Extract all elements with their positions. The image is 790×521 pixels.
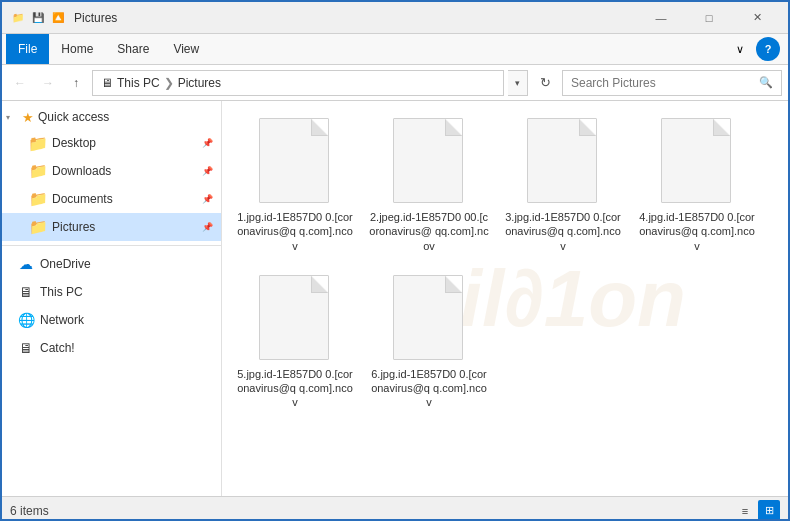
pictures-folder-icon: 📁 — [30, 219, 46, 235]
path-pictures: Pictures — [178, 76, 221, 90]
file-name-label: 3.jpg.id-1E857D0 0.[coronavirus@q q.com]… — [503, 210, 623, 253]
thispc-icon: 🖥 — [18, 284, 34, 300]
file-item[interactable]: 3.jpg.id-1E857D0 0.[coronavirus@q q.com]… — [498, 109, 628, 262]
file-name-label: 4.jpg.id-1E857D0 0.[coronavirus@q q.com]… — [637, 210, 757, 253]
address-path[interactable]: 🖥 This PC ❯ Pictures — [92, 70, 504, 96]
sidebar-item-label: Downloads — [52, 164, 111, 178]
tab-file[interactable]: File — [6, 34, 49, 64]
view-toggle: ≡ ⊞ — [734, 500, 780, 522]
file-item[interactable]: 6.jpg.id-1E857D0 0.[coronavirus@q q.com]… — [364, 266, 494, 419]
up-button[interactable]: ↑ — [64, 71, 88, 95]
ribbon: File Home Share View ∨ ? — [2, 34, 788, 65]
pin-icon: 📌 — [202, 194, 213, 204]
minimize-button[interactable]: — — [638, 2, 684, 34]
title-bar-icons: 📁 💾 🔼 — [10, 10, 66, 26]
forward-button[interactable]: → — [36, 71, 60, 95]
file-name-label: 6.jpg.id-1E857D0 0.[coronavirus@q q.com]… — [369, 367, 489, 410]
sidebar-item-label: Documents — [52, 192, 113, 206]
help-button[interactable]: ? — [756, 37, 780, 61]
onedrive-icon: ☁ — [18, 256, 34, 272]
sidebar-item-label: Network — [40, 313, 84, 327]
file-grid: 1.jpg.id-1E857D0 0.[coronavirus@q q.com]… — [230, 109, 780, 419]
refresh-button[interactable]: ↻ — [532, 70, 558, 96]
tab-home[interactable]: Home — [49, 34, 105, 64]
quick-access-star-icon: ★ — [22, 110, 34, 125]
address-bar: ← → ↑ 🖥 This PC ❯ Pictures ▾ ↻ 🔍 — [2, 65, 788, 101]
sidebar-item-network[interactable]: 🌐 Network — [2, 306, 221, 334]
file-thumbnail-icon — [259, 275, 331, 363]
main-area: ▾ ★ Quick access 📁 Desktop 📌 📁 Downloads… — [2, 101, 788, 496]
status-bar: 6 items ≡ ⊞ — [2, 496, 788, 521]
sidebar-item-pictures[interactable]: 📁 Pictures 📌 — [2, 213, 221, 241]
file-name-label: 5.jpg.id-1E857D0 0.[coronavirus@q q.com]… — [235, 367, 355, 410]
file-item[interactable]: 5.jpg.id-1E857D0 0.[coronavirus@q q.com]… — [230, 266, 360, 419]
address-dropdown-button[interactable]: ▾ — [508, 70, 528, 96]
close-button[interactable]: ✕ — [734, 2, 780, 34]
file-thumbnail-icon — [393, 275, 465, 363]
sidebar-item-label: Catch! — [40, 341, 75, 355]
file-name-label: 2.jpeg.id-1E857D0 00.[coronavirus@ qq.co… — [369, 210, 489, 253]
window-icon-up: 🔼 — [50, 10, 66, 26]
ribbon-right: ∨ ? — [728, 37, 784, 61]
file-item[interactable]: 1.jpg.id-1E857D0 0.[coronavirus@q q.com]… — [230, 109, 360, 262]
ribbon-tabs: File Home Share View ∨ ? — [2, 34, 788, 64]
quick-access-label: Quick access — [38, 110, 109, 124]
sidebar: ▾ ★ Quick access 📁 Desktop 📌 📁 Downloads… — [2, 101, 222, 496]
window-icon-save: 💾 — [30, 10, 46, 26]
tab-view[interactable]: View — [161, 34, 211, 64]
file-item[interactable]: 4.jpg.id-1E857D0 0.[coronavirus@q q.com]… — [632, 109, 762, 262]
ribbon-collapse-button[interactable]: ∨ — [728, 37, 752, 61]
sidebar-item-thispc[interactable]: 🖥 This PC — [2, 278, 221, 306]
pin-icon: 📌 — [202, 166, 213, 176]
sidebar-separator — [2, 245, 221, 246]
file-area: il∂1on 1.jpg.id-1E857D0 0.[coronavirus@q… — [222, 101, 788, 496]
documents-folder-icon: 📁 — [30, 191, 46, 207]
sidebar-item-label: Pictures — [52, 220, 95, 234]
sidebar-item-documents[interactable]: 📁 Documents 📌 — [2, 185, 221, 213]
sidebar-item-downloads[interactable]: 📁 Downloads 📌 — [2, 157, 221, 185]
pin-icon: 📌 — [202, 138, 213, 148]
window-controls: — □ ✕ — [638, 2, 780, 34]
file-thumbnail-icon — [661, 118, 733, 206]
file-name-label: 1.jpg.id-1E857D0 0.[coronavirus@q q.com]… — [235, 210, 355, 253]
path-separator: ❯ — [164, 76, 174, 90]
file-thumbnail-icon — [393, 118, 465, 206]
folder-icon: 📁 — [30, 135, 46, 151]
file-item[interactable]: 2.jpeg.id-1E857D0 00.[coronavirus@ qq.co… — [364, 109, 494, 262]
downloads-folder-icon: 📁 — [30, 163, 46, 179]
pin-icon: 📌 — [202, 222, 213, 232]
item-count: 6 items — [10, 504, 49, 518]
back-button[interactable]: ← — [8, 71, 32, 95]
expand-arrow-icon: ▾ — [6, 113, 18, 122]
search-icon: 🔍 — [759, 76, 773, 89]
network-icon: 🌐 — [18, 312, 34, 328]
sidebar-item-label: Desktop — [52, 136, 96, 150]
list-view-button[interactable]: ≡ — [734, 500, 756, 522]
file-thumbnail-icon — [259, 118, 331, 206]
title-bar: 📁 💾 🔼 Pictures — □ ✕ — [2, 2, 788, 34]
sidebar-item-catch[interactable]: 🖥 Catch! — [2, 334, 221, 362]
search-input[interactable] — [571, 76, 759, 90]
sidebar-item-onedrive[interactable]: ☁ OneDrive — [2, 250, 221, 278]
sidebar-item-label: OneDrive — [40, 257, 91, 271]
search-box: 🔍 — [562, 70, 782, 96]
quick-access-section[interactable]: ▾ ★ Quick access — [2, 105, 221, 129]
file-thumbnail-icon — [527, 118, 599, 206]
window-title: Pictures — [74, 11, 638, 25]
sidebar-item-label: This PC — [40, 285, 83, 299]
path-thispc: This PC — [117, 76, 160, 90]
grid-view-button[interactable]: ⊞ — [758, 500, 780, 522]
maximize-button[interactable]: □ — [686, 2, 732, 34]
catch-icon: 🖥 — [18, 340, 34, 356]
sidebar-item-desktop[interactable]: 📁 Desktop 📌 — [2, 129, 221, 157]
tab-share[interactable]: Share — [105, 34, 161, 64]
path-icon: 🖥 — [101, 76, 113, 90]
window-icon-folder: 📁 — [10, 10, 26, 26]
